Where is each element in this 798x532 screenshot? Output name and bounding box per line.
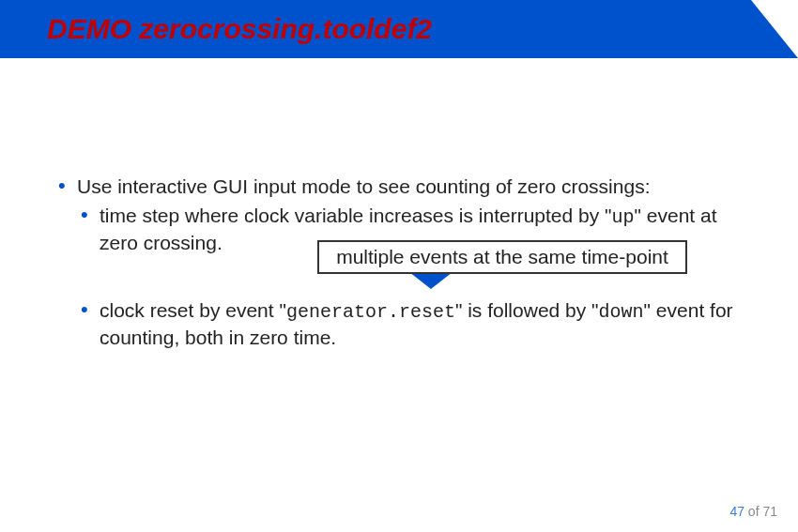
bullet-text: Use interactive GUI input mode to see co… [77,175,650,197]
title-bar: DEMO zerocrossing.tooldef2 [0,0,798,58]
slide: DEMO zerocrossing.tooldef2 Use interacti… [0,0,798,532]
current-page: 47 [729,504,744,519]
bullet-text-part: clock reset by event " [100,299,286,321]
bullet-text-part: " is followed by " [455,299,599,321]
code-text: up [612,206,635,228]
code-text: generator.reset [286,301,455,323]
page-of: of [744,504,762,519]
total-pages: 71 [762,504,777,519]
page-number: 47 of 71 [729,504,777,519]
callout-text: multiple events at the same time-point [336,246,668,268]
callout-box: multiple events at the same time-point [317,240,687,274]
bullet-text-part: time step where clock variable increases… [100,205,612,226]
spacer [56,284,760,297]
code-text: down [599,301,644,323]
slide-title: DEMO zerocrossing.tooldef2 [0,13,432,45]
bullet-level-2: clock reset by event "generator.reset" i… [56,297,760,350]
bullet-level-1: Use interactive GUI input mode to see co… [56,174,760,199]
